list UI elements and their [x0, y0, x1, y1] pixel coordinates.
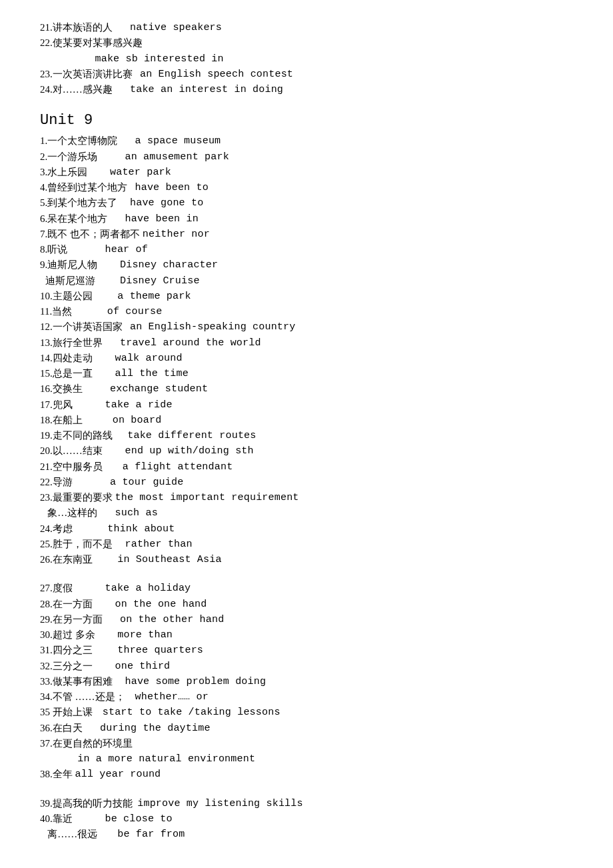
items-en-14: walk around [115, 351, 183, 366]
items-row-39: 37.在更自然的环境里 [40, 736, 573, 751]
items-row-33: 31.四分之三 three quarters [40, 643, 573, 658]
items-en-4: have gone to [130, 195, 203, 211]
items-zh-21: 21.空中服务员 [40, 459, 123, 475]
items-zh-26: 25.胜于，而不是 [40, 537, 125, 552]
items-en-18: on board [113, 413, 162, 428]
items-row-9: 迪斯尼巡游 Disney Cruise [40, 273, 573, 289]
items-en-1: an amusement park [125, 149, 229, 165]
items-en-0: a space museum [135, 133, 221, 149]
items-en-33: three quarters [117, 643, 203, 658]
items-zh-39: 37.在更自然的环境里 [40, 736, 133, 751]
items-zh-44: 40.靠近 [40, 811, 105, 827]
items-en-24: such as [115, 505, 158, 521]
items-en-22: a tour guide [110, 475, 183, 490]
items-zh-8: 9.迪斯尼人物 [40, 257, 120, 273]
top-zh-0: 21.讲本族语的人 [40, 20, 130, 35]
items-en-44: be close to [105, 811, 173, 827]
items-row-5: 6.呆在某个地方 have been in [40, 211, 573, 227]
top-row-3: 23.一次英语演讲比赛 an English speech contest [40, 67, 573, 82]
items-en-27: in Southeast Asia [117, 552, 221, 567]
items-row-20: 20.以……结束 end up with/doing sth [40, 443, 573, 459]
items-zh-6: 7.既不 也不；两者都不 [40, 227, 143, 242]
items-row-29: 27.度假 take a holiday [40, 581, 573, 596]
items-en-20: end up with/doing sth [125, 443, 254, 459]
items-row-15: 15.总是一直 all the time [40, 366, 573, 381]
items-row-3: 4.曾经到过某个地方 have been to [40, 180, 573, 195]
items-en-43: improve my listening skills [137, 796, 303, 811]
items-en-31: on the other hand [120, 612, 224, 627]
items-en-35: have some problem doing [125, 674, 267, 689]
items-row-43: 39.提高我的听力技能 improve my listening skills [40, 796, 573, 811]
items-en-9: Disney Cruise [120, 273, 200, 289]
items-zh-20: 20.以……结束 [40, 443, 125, 459]
items-zh-15: 15.总是一直 [40, 366, 115, 381]
top-row-0: 21.讲本族语的人 native speakers [40, 20, 573, 35]
items-row-13: 13.旅行全世界 travel around the world [40, 335, 573, 351]
items-zh-4: 5.到某个地方去了 [40, 195, 130, 211]
items-row-36: 34.不管 ……还是； whether…… or [40, 689, 573, 705]
items-en-7: hear of [105, 242, 148, 257]
items-zh-30: 28.在一方面 [40, 597, 115, 612]
items-zh-34: 32.三分之一 [40, 659, 115, 674]
items-en-37: start to take /taking lessons [103, 705, 281, 720]
items-en-6: neither nor [143, 227, 210, 242]
items-row-23: 23.最重要的要求 the most important requirement [40, 490, 573, 505]
items-row-12: 12.一个讲英语国家 an English-speaking country [40, 319, 573, 335]
items-en-15: all the time [115, 366, 189, 381]
items-en-38: during the daytime [100, 721, 211, 736]
items-blank-28 [40, 567, 573, 581]
items-en-36: whether…… or [135, 689, 209, 705]
items-zh-18: 18.在船上 [40, 413, 113, 428]
items-en-17: take a ride [105, 397, 173, 413]
top-zh-1: 22.使某要对某事感兴趣 [40, 35, 143, 51]
items-zh-7: 8.听说 [40, 242, 105, 257]
items-row-8: 9.迪斯尼人物 Disney character [40, 257, 573, 273]
items-row-35: 33.做某事有困难 have some problem doing [40, 674, 573, 689]
items-zh-13: 13.旅行全世界 [40, 335, 120, 351]
items-zh-40 [40, 751, 77, 767]
items-en-40: in a more natural environment [77, 751, 255, 767]
items-row-30: 28.在一方面 on the one hand [40, 597, 573, 612]
items-zh-25: 24.考虑 [40, 521, 107, 537]
items-zh-37: 35 开始上课 [40, 705, 103, 720]
items-zh-23: 23.最重要的要求 [40, 490, 115, 505]
items-en-45: be far from [117, 827, 185, 842]
top-en-0: native speakers [130, 20, 222, 35]
items-en-34: one third [115, 659, 171, 674]
top-zh-2 [40, 51, 95, 67]
items-zh-27: 26.在东南亚 [40, 552, 117, 567]
document-body: 21.讲本族语的人 native speakers22.使某要对某事感兴趣 ma… [40, 20, 573, 842]
items-zh-32: 30.超过 多余 [40, 627, 117, 643]
items-row-17: 17.兜风 take a ride [40, 397, 573, 413]
items-row-16: 16.交换生 exchange student [40, 381, 573, 397]
items-row-22: 22.导游 a tour guide [40, 475, 573, 490]
items-row-44: 40.靠近 be close to [40, 811, 573, 827]
top-en-2: make sb interested in [95, 51, 224, 67]
items-zh-0: 1.一个太空博物院 [40, 133, 135, 149]
items-en-21: a flight attendant [123, 459, 233, 475]
items-row-38: 36.在白天 during the daytime [40, 721, 573, 736]
items-row-18: 18.在船上 on board [40, 413, 573, 428]
items-row-1: 2.一个游乐场 an amusement park [40, 149, 573, 165]
items-row-10: 10.主题公园 a theme park [40, 289, 573, 304]
items-row-41: 38.全年 all year round [40, 767, 573, 782]
items-en-30: on the one hand [115, 597, 207, 612]
items-row-21: 21.空中服务员 a flight attendant [40, 459, 573, 475]
items-zh-16: 16.交换生 [40, 381, 110, 397]
items-zh-33: 31.四分之三 [40, 643, 117, 658]
items-row-7: 8.听说 hear of [40, 242, 573, 257]
items-row-27: 26.在东南亚 in Southeast Asia [40, 552, 573, 567]
items-zh-24: 象…这样的 [40, 505, 115, 521]
items-row-0: 1.一个太空博物院 a space museum [40, 133, 573, 149]
items-zh-22: 22.导游 [40, 475, 110, 490]
items-row-34: 32.三分之一 one third [40, 659, 573, 674]
items-row-26: 25.胜于，而不是 rather than [40, 537, 573, 552]
items-zh-2: 3.水上乐园 [40, 165, 110, 180]
items-en-32: more than [117, 627, 173, 643]
items-row-14: 14.四处走动 walk around [40, 351, 573, 366]
items-zh-12: 12.一个讲英语国家 [40, 319, 130, 335]
items-zh-10: 10.主题公园 [40, 289, 117, 304]
items-en-26: rather than [125, 537, 193, 552]
items-blank-42 [40, 783, 573, 796]
items-zh-9: 迪斯尼巡游 [40, 273, 120, 289]
